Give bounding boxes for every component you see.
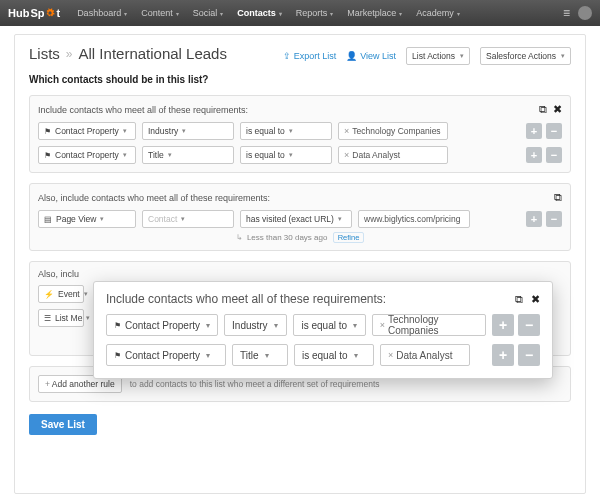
refine-text: Less than 30 days ago bbox=[247, 233, 328, 242]
export-list-link[interactable]: ⇪Export List bbox=[283, 51, 337, 61]
property-dropdown[interactable]: Industry bbox=[142, 122, 234, 140]
add-rule-hint: to add contacts to this list who meet a … bbox=[130, 379, 380, 389]
operator-dropdown[interactable]: has visited (exact URL) bbox=[240, 210, 352, 228]
nav-label: Reports bbox=[296, 8, 328, 18]
rule-group-title: Include contacts who meet all of these r… bbox=[106, 292, 386, 306]
rule-group-title: Include contacts who meet all of these r… bbox=[38, 105, 539, 115]
flag-icon: ⚑ bbox=[114, 321, 121, 330]
remove-tag-icon[interactable]: × bbox=[344, 150, 349, 160]
avatar[interactable] bbox=[578, 6, 592, 20]
remove-row-button[interactable]: − bbox=[546, 123, 562, 139]
nav-label: Social bbox=[193, 8, 218, 18]
nav-label: Content bbox=[141, 8, 173, 18]
nav-contacts[interactable]: Contacts▾ bbox=[230, 8, 289, 18]
rule-row: ⚑Contact Property Industry is equal to ×… bbox=[106, 314, 540, 336]
clone-icon[interactable]: ⧉ bbox=[554, 191, 562, 204]
nav-label: Dashboard bbox=[77, 8, 121, 18]
add-row-button[interactable]: + bbox=[526, 123, 542, 139]
flag-icon: ⚑ bbox=[114, 351, 121, 360]
page-container: Lists » All International Leads ⇪Export … bbox=[14, 34, 586, 494]
operator-dropdown[interactable]: is equal to bbox=[293, 314, 365, 336]
property-dropdown[interactable]: Industry bbox=[224, 314, 287, 336]
dd-label: Industry bbox=[232, 320, 268, 331]
nav-marketplace[interactable]: Marketplace▾ bbox=[340, 8, 409, 18]
rule-group-popover: Include contacts who meet all of these r… bbox=[93, 281, 553, 379]
property-dropdown[interactable]: Title bbox=[142, 146, 234, 164]
property-dropdown[interactable]: Title bbox=[232, 344, 288, 366]
return-icon: ↳ bbox=[236, 233, 243, 242]
clone-icon[interactable]: ⧉ bbox=[515, 293, 523, 306]
brand-logo[interactable]: Hub Sp t bbox=[8, 7, 60, 19]
remove-row-button[interactable]: − bbox=[546, 147, 562, 163]
dd-label: has visited (exact URL) bbox=[246, 214, 334, 224]
value-input[interactable]: ×Technology Companies bbox=[338, 122, 448, 140]
salesforce-actions-dropdown[interactable]: Salesforce Actions bbox=[480, 47, 571, 65]
remove-row-button[interactable]: − bbox=[518, 344, 540, 366]
filter-type-dropdown[interactable]: ⚑Contact Property bbox=[38, 122, 136, 140]
lightning-icon: ⚡ bbox=[44, 290, 54, 299]
menu-icon[interactable]: ≡ bbox=[563, 6, 570, 20]
nav-academy[interactable]: Academy▾ bbox=[409, 8, 467, 18]
close-icon[interactable]: ✖ bbox=[531, 293, 540, 306]
add-row-button[interactable]: + bbox=[492, 314, 514, 336]
rule-group-1: Include contacts who meet all of these r… bbox=[29, 95, 571, 173]
link-label: Salesforce Actions bbox=[486, 51, 556, 61]
operator-dropdown[interactable]: is equal to bbox=[294, 344, 374, 366]
remove-row-button[interactable]: − bbox=[518, 314, 540, 336]
value-text: www.biglytics.com/pricing bbox=[364, 214, 460, 224]
chevron-down-icon: ▾ bbox=[457, 10, 460, 17]
value-input[interactable]: ×Data Analyst bbox=[338, 146, 448, 164]
filter-type-dropdown[interactable]: ⚑Contact Property bbox=[106, 314, 218, 336]
link-label: List Actions bbox=[412, 51, 455, 61]
rule-row: ⚑Contact Property Industry is equal to ×… bbox=[38, 122, 562, 140]
remove-row-button[interactable]: − bbox=[546, 211, 562, 227]
dd-label: is equal to bbox=[301, 320, 347, 331]
filter-type-dropdown[interactable]: ⚑Contact Property bbox=[106, 344, 226, 366]
chevron-down-icon: ▾ bbox=[220, 10, 223, 17]
remove-tag-icon[interactable]: × bbox=[344, 126, 349, 136]
nav-reports[interactable]: Reports▾ bbox=[289, 8, 341, 18]
filter-type-dropdown[interactable]: ⚑Contact Property bbox=[38, 146, 136, 164]
list-icon: ☰ bbox=[44, 314, 51, 323]
value-text: Data Analyst bbox=[396, 350, 452, 361]
nav-content[interactable]: Content▾ bbox=[134, 8, 186, 18]
add-row-button[interactable]: + bbox=[526, 147, 542, 163]
breadcrumb-root[interactable]: Lists bbox=[29, 45, 60, 62]
filter-type-dropdown[interactable]: ☰List Me bbox=[38, 309, 84, 327]
value-text: Data Analyst bbox=[352, 150, 400, 160]
nav-label: Contacts bbox=[237, 8, 276, 18]
operator-dropdown[interactable]: is equal to bbox=[240, 122, 332, 140]
link-label: Export List bbox=[294, 51, 337, 61]
chevron-down-icon: ▾ bbox=[399, 10, 402, 17]
breadcrumb-current: All International Leads bbox=[79, 45, 227, 62]
operator-dropdown[interactable]: is equal to bbox=[240, 146, 332, 164]
dd-label: is equal to bbox=[246, 126, 285, 136]
value-input[interactable]: www.biglytics.com/pricing bbox=[358, 210, 470, 228]
property-dropdown[interactable]: Contact bbox=[142, 210, 234, 228]
filter-type-dropdown[interactable]: ⚡Event bbox=[38, 285, 84, 303]
dd-label: Contact Property bbox=[125, 350, 200, 361]
nav-right: ≡ bbox=[563, 6, 592, 20]
chevron-down-icon: ▾ bbox=[124, 10, 127, 17]
remove-tag-icon[interactable]: × bbox=[388, 350, 393, 360]
nav-dashboard[interactable]: Dashboard▾ bbox=[70, 8, 134, 18]
dd-label: is equal to bbox=[302, 350, 348, 361]
clone-icon[interactable]: ⧉ bbox=[539, 103, 547, 116]
view-list-link[interactable]: 👤View List bbox=[346, 51, 396, 61]
value-input[interactable]: ×Data Analyst bbox=[380, 344, 470, 366]
add-row-button[interactable]: + bbox=[492, 344, 514, 366]
dd-label: Event bbox=[58, 289, 80, 299]
refine-button[interactable]: Refine bbox=[333, 232, 365, 243]
dd-label: Page View bbox=[56, 214, 96, 224]
list-actions-dropdown[interactable]: List Actions bbox=[406, 47, 470, 65]
rule-row: ⚑Contact Property Title is equal to ×Dat… bbox=[38, 146, 562, 164]
remove-tag-icon[interactable]: × bbox=[380, 320, 385, 330]
rule-group-title: Also, inclu bbox=[38, 269, 562, 279]
add-row-button[interactable]: + bbox=[526, 211, 542, 227]
value-input[interactable]: ×Technology Companies bbox=[372, 314, 486, 336]
nav-social[interactable]: Social▾ bbox=[186, 8, 231, 18]
save-list-button[interactable]: Save List bbox=[29, 414, 97, 435]
save-bar: Save List bbox=[29, 414, 571, 435]
close-icon[interactable]: ✖ bbox=[553, 103, 562, 116]
filter-type-dropdown[interactable]: ▤Page View bbox=[38, 210, 136, 228]
